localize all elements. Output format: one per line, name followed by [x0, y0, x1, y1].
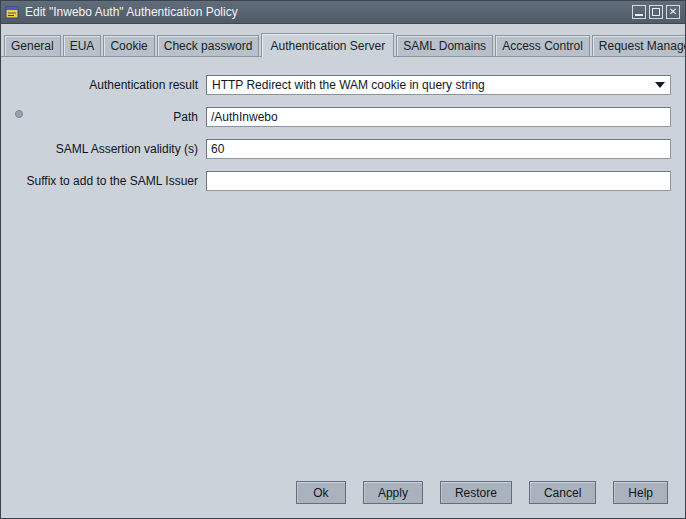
tab-request-manager[interactable]: Request Manager	[592, 35, 686, 56]
ok-button[interactable]: Ok	[296, 481, 346, 504]
dialog-window: Edit "Inwebo Auth" Authentication Policy…	[0, 0, 686, 519]
tab-saml-domains[interactable]: SAML Domains	[396, 35, 493, 56]
window-controls	[632, 5, 680, 19]
status-bullet-icon	[15, 110, 23, 118]
saml-issuer-suffix-label: Suffix to add to the SAML Issuer	[1, 174, 206, 188]
help-button[interactable]: Help	[613, 481, 668, 504]
row-path: Path	[1, 107, 671, 127]
tab-authentication-server[interactable]: Authentication Server	[261, 33, 394, 57]
titlebar[interactable]: Edit "Inwebo Auth" Authentication Policy	[1, 1, 685, 24]
saml-issuer-suffix-input[interactable]	[206, 171, 671, 191]
apply-button[interactable]: Apply	[363, 481, 423, 504]
authentication-result-select[interactable]: HTTP Redirect with the WAM cookie in que…	[206, 75, 671, 95]
minimize-icon[interactable]	[632, 5, 646, 19]
row-authentication-result: Authentication result HTTP Redirect with…	[1, 75, 671, 95]
path-input[interactable]	[206, 107, 671, 127]
authentication-result-value: HTTP Redirect with the WAM cookie in que…	[212, 78, 485, 92]
tab-eua[interactable]: EUA	[63, 35, 102, 56]
saml-validity-label: SAML Assertion validity (s)	[1, 142, 206, 156]
tab-check-password[interactable]: Check password	[157, 35, 260, 56]
saml-validity-input[interactable]	[206, 139, 671, 159]
dialog-button-row: Ok Apply Restore Cancel Help	[296, 481, 668, 504]
tab-access-control[interactable]: Access Control	[495, 35, 590, 56]
tab-general[interactable]: General	[4, 35, 61, 56]
authentication-result-label: Authentication result	[1, 78, 206, 92]
tab-bar: General EUA Cookie Check password Authen…	[1, 24, 685, 57]
row-saml-issuer-suffix: Suffix to add to the SAML Issuer	[1, 171, 671, 191]
close-icon[interactable]	[666, 5, 680, 19]
chevron-down-icon[interactable]	[655, 82, 665, 88]
row-saml-validity: SAML Assertion validity (s)	[1, 139, 671, 159]
app-icon	[5, 5, 20, 20]
restore-button[interactable]: Restore	[440, 481, 512, 504]
window-title: Edit "Inwebo Auth" Authentication Policy	[25, 5, 238, 19]
maximize-icon[interactable]	[649, 5, 663, 19]
tab-cookie[interactable]: Cookie	[103, 35, 154, 56]
form-panel: Authentication result HTTP Redirect with…	[1, 57, 685, 191]
path-label: Path	[1, 110, 206, 124]
cancel-button[interactable]: Cancel	[529, 481, 596, 504]
